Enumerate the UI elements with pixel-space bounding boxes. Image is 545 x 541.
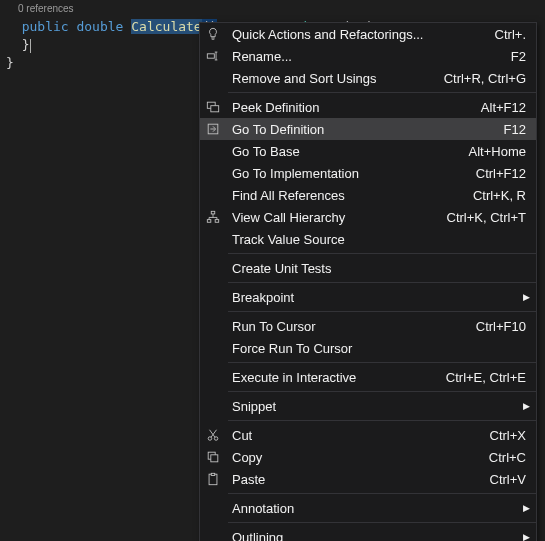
peek-icon xyxy=(200,100,226,114)
submenu-arrow-icon: ▶ xyxy=(520,401,536,411)
menu-item-track-value-source[interactable]: Track Value Source xyxy=(200,228,536,250)
menu-item-shortcut: Ctrl+K, R xyxy=(473,188,536,203)
menu-item-label: Quick Actions and Refactorings... xyxy=(226,27,495,42)
menu-item-label: Go To Definition xyxy=(226,122,504,137)
menu-item-execute-in-interactive[interactable]: Execute in InteractiveCtrl+E, Ctrl+E xyxy=(200,366,536,388)
menu-item-shortcut: F2 xyxy=(511,49,536,64)
submenu-arrow-icon: ▶ xyxy=(520,292,536,302)
rename-icon xyxy=(200,49,226,63)
menu-item-force-run-to-cursor[interactable]: Force Run To Cursor xyxy=(200,337,536,359)
menu-separator xyxy=(228,311,536,312)
menu-item-label: Find All References xyxy=(226,188,473,203)
context-menu: Quick Actions and Refactorings...Ctrl+.R… xyxy=(199,22,537,541)
menu-item-label: Execute in Interactive xyxy=(226,370,446,385)
menu-item-label: Rename... xyxy=(226,49,511,64)
svg-rect-12 xyxy=(211,473,215,475)
cut-icon xyxy=(200,428,226,442)
menu-item-label: Outlining xyxy=(226,530,520,542)
menu-item-shortcut: Alt+F12 xyxy=(481,100,536,115)
menu-separator xyxy=(228,420,536,421)
menu-separator xyxy=(228,493,536,494)
svg-rect-2 xyxy=(211,106,219,112)
menu-item-label: View Call Hierarchy xyxy=(226,210,447,225)
menu-item-label: Breakpoint xyxy=(226,290,520,305)
svg-rect-0 xyxy=(207,54,214,58)
menu-item-shortcut: Ctrl+F10 xyxy=(476,319,536,334)
identifier-calculate[interactable]: Calculate xyxy=(131,19,201,34)
svg-rect-4 xyxy=(211,211,215,214)
menu-item-go-to-implementation[interactable]: Go To ImplementationCtrl+F12 xyxy=(200,162,536,184)
menu-item-quick-actions-and-refactorings[interactable]: Quick Actions and Refactorings...Ctrl+. xyxy=(200,23,536,45)
menu-item-shortcut: Ctrl+R, Ctrl+G xyxy=(444,71,536,86)
menu-item-shortcut: Ctrl+C xyxy=(489,450,536,465)
menu-separator xyxy=(228,92,536,93)
menu-item-breakpoint[interactable]: Breakpoint▶ xyxy=(200,286,536,308)
svg-rect-6 xyxy=(215,220,219,223)
menu-item-label: Go To Implementation xyxy=(226,166,476,181)
submenu-arrow-icon: ▶ xyxy=(520,503,536,513)
goto-icon xyxy=(200,122,226,136)
menu-item-label: Create Unit Tests xyxy=(226,261,526,276)
menu-item-shortcut: Alt+Home xyxy=(469,144,536,159)
menu-separator xyxy=(228,253,536,254)
menu-item-shortcut: Ctrl+V xyxy=(490,472,536,487)
paste-icon xyxy=(200,472,226,486)
svg-point-7 xyxy=(208,437,212,441)
menu-item-label: Track Value Source xyxy=(226,232,526,247)
menu-item-label: Peek Definition xyxy=(226,100,481,115)
codelens-references[interactable]: 0 references xyxy=(0,0,545,18)
menu-item-copy[interactable]: CopyCtrl+C xyxy=(200,446,536,468)
menu-item-label: Go To Base xyxy=(226,144,469,159)
menu-item-label: Force Run To Cursor xyxy=(226,341,526,356)
menu-item-label: Remove and Sort Usings xyxy=(226,71,444,86)
menu-item-rename[interactable]: Rename...F2 xyxy=(200,45,536,67)
menu-item-go-to-definition[interactable]: Go To DefinitionF12 xyxy=(200,118,536,140)
menu-item-shortcut: Ctrl+. xyxy=(495,27,536,42)
menu-item-snippet[interactable]: Snippet▶ xyxy=(200,395,536,417)
menu-separator xyxy=(228,522,536,523)
menu-item-shortcut: F12 xyxy=(504,122,536,137)
menu-item-label: Paste xyxy=(226,472,490,487)
menu-item-outlining[interactable]: Outlining▶ xyxy=(200,526,536,541)
menu-item-shortcut: Ctrl+X xyxy=(490,428,536,443)
menu-item-label: Annotation xyxy=(226,501,520,516)
copy-icon xyxy=(200,450,226,464)
menu-item-paste[interactable]: PasteCtrl+V xyxy=(200,468,536,490)
menu-item-label: Run To Cursor xyxy=(226,319,476,334)
menu-item-find-all-references[interactable]: Find All ReferencesCtrl+K, R xyxy=(200,184,536,206)
menu-item-cut[interactable]: CutCtrl+X xyxy=(200,424,536,446)
submenu-arrow-icon: ▶ xyxy=(520,532,536,541)
bulb-icon xyxy=(200,27,226,41)
svg-rect-10 xyxy=(211,455,218,462)
menu-item-go-to-base[interactable]: Go To BaseAlt+Home xyxy=(200,140,536,162)
menu-item-shortcut: Ctrl+F12 xyxy=(476,166,536,181)
menu-item-create-unit-tests[interactable]: Create Unit Tests xyxy=(200,257,536,279)
menu-item-annotation[interactable]: Annotation▶ xyxy=(200,497,536,519)
menu-item-remove-and-sort-usings[interactable]: Remove and Sort UsingsCtrl+R, Ctrl+G xyxy=(200,67,536,89)
svg-rect-5 xyxy=(207,220,211,223)
menu-item-label: Cut xyxy=(226,428,490,443)
menu-item-shortcut: Ctrl+K, Ctrl+T xyxy=(447,210,536,225)
svg-point-8 xyxy=(214,437,218,441)
menu-item-run-to-cursor[interactable]: Run To CursorCtrl+F10 xyxy=(200,315,536,337)
menu-item-label: Copy xyxy=(226,450,489,465)
text-caret xyxy=(30,39,31,53)
menu-item-label: Snippet xyxy=(226,399,520,414)
menu-item-shortcut: Ctrl+E, Ctrl+E xyxy=(446,370,536,385)
menu-separator xyxy=(228,282,536,283)
menu-item-peek-definition[interactable]: Peek DefinitionAlt+F12 xyxy=(200,96,536,118)
hierarchy-icon xyxy=(200,210,226,224)
menu-item-view-call-hierarchy[interactable]: View Call HierarchyCtrl+K, Ctrl+T xyxy=(200,206,536,228)
menu-separator xyxy=(228,391,536,392)
menu-separator xyxy=(228,362,536,363)
